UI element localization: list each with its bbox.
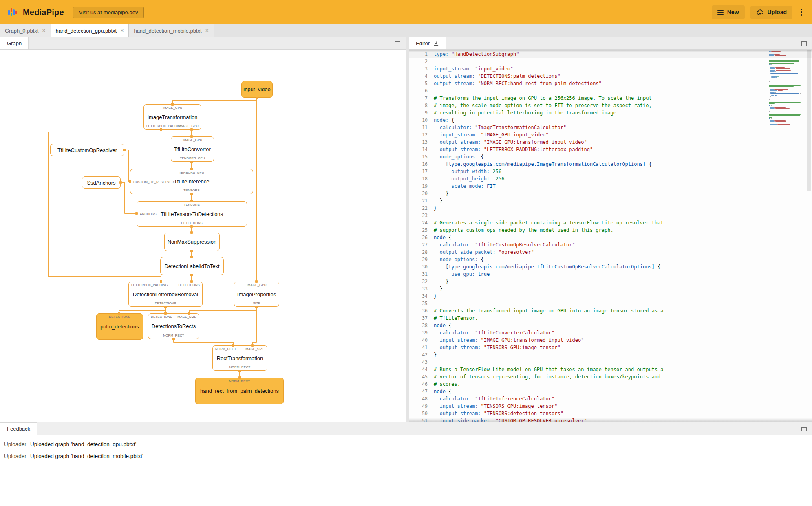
graph-node-tflite_custom_op_resolver[interactable]: TfLiteCustomOpResolver — [50, 144, 124, 156]
code-line[interactable]: 51 input_side_packet: "CUSTOM_OP_RESOLVE… — [409, 417, 812, 422]
code-line[interactable]: 12 input_stream: "IMAGE_GPU:input_video" — [409, 131, 812, 139]
graph-node-image_properties[interactable]: ImagePropertiesIMAGE_GPUSIZE — [234, 282, 279, 307]
graph-node-hand_rect_from_palm_detections[interactable]: hand_rect_from_palm_detectionsNORM_RECT — [195, 378, 284, 404]
tab-graph[interactable]: Graph — [0, 37, 29, 49]
minimap[interactable] — [769, 51, 805, 422]
graph-node-tflite_inference[interactable]: TfLiteInferenceTENSORS_GPUCUSTOM_OP_RESO… — [130, 169, 253, 194]
code-line[interactable]: 15 node_options: { — [409, 153, 812, 161]
code-line[interactable]: 50 output_stream: "TENSORS:detection_ten… — [409, 410, 812, 417]
tab-close-icon[interactable]: × — [120, 28, 124, 33]
code-line[interactable]: 30 [type.googleapis.com/mediapipe.TfLite… — [409, 263, 812, 271]
download-icon[interactable] — [433, 41, 439, 46]
code-line[interactable]: 38node { — [409, 322, 812, 329]
node-label: palm_detections — [100, 323, 139, 330]
graph-node-non_max_suppression[interactable]: NonMaxSuppression — [164, 233, 220, 251]
code-line[interactable]: 40 input_stream: "IMAGE_GPU:transformed_… — [409, 337, 812, 344]
code-line[interactable]: 6 — [409, 87, 812, 95]
new-button[interactable]: New — [712, 5, 745, 19]
code-line[interactable]: 14 output_stream: "LETTERBOX_PADDING:let… — [409, 146, 812, 153]
code-line[interactable]: 4output_stream: "DETECTIONS:palm_detecti… — [409, 73, 812, 80]
code-line[interactable]: 7# Transforms the input image on GPU to … — [409, 95, 812, 102]
line-number: 30 — [409, 263, 434, 271]
code-line[interactable]: 22} — [409, 205, 812, 212]
minimap-line — [769, 89, 805, 90]
panel-divider[interactable] — [406, 37, 409, 422]
graph-node-detection_letterbox_removal[interactable]: DetectionLetterboxRemovalLETTERBOX_PADDI… — [128, 282, 203, 307]
tab-close-icon[interactable]: × — [42, 28, 45, 33]
code-line[interactable]: 39 calculator: "TfLiteConverterCalculato… — [409, 329, 812, 337]
code-line[interactable]: 28 output_side_packet: "opresolver" — [409, 249, 812, 256]
code-line[interactable]: 11 calculator: "ImageTransformationCalcu… — [409, 124, 812, 131]
code-line[interactable]: 18 output_height: 256 — [409, 175, 812, 183]
code-line[interactable]: 47node { — [409, 388, 812, 395]
graph-node-tflite_converter[interactable]: TfLiteConverterIMAGE_GPUTENSORS_GPU — [171, 136, 214, 162]
code-line[interactable]: 29 node_options: { — [409, 256, 812, 263]
code-line[interactable]: 35 — [409, 300, 812, 307]
port-label: TENSORS_GPU — [179, 171, 204, 174]
graph-node-input_video[interactable]: input_video — [241, 81, 273, 98]
code-line[interactable]: 41 output_stream: "TENSORS_GPU:image_ten… — [409, 344, 812, 351]
code-line[interactable]: 42} — [409, 351, 812, 359]
code-line[interactable]: 36# Converts the transformed input image… — [409, 307, 812, 315]
code-line[interactable]: 8# image, the scale_mode option is set t… — [409, 102, 812, 109]
code-line[interactable]: 32 } — [409, 278, 812, 285]
code-line[interactable]: 5output_stream: "NORM_RECT:hand_rect_fro… — [409, 80, 812, 87]
code-line[interactable]: 10node: { — [409, 117, 812, 124]
code-line[interactable]: 25# supports custom ops needed by the mo… — [409, 227, 812, 234]
code-editor[interactable]: 1type: "HandDetectionSubgraph"23input_st… — [409, 50, 812, 422]
code-line[interactable]: 46# scores. — [409, 381, 812, 388]
graph-node-ssd_anchors[interactable]: SsdAnchors — [82, 176, 121, 189]
vertical-scrollbar[interactable] — [806, 50, 812, 422]
tab-feedback[interactable]: Feedback — [0, 422, 37, 435]
feedback-panel: Feedback UploaderUploaded graph 'hand_de… — [0, 422, 812, 506]
visit-link[interactable]: mediapipe.dev — [104, 9, 138, 15]
code-line[interactable]: 17 output_width: 256 — [409, 168, 812, 175]
code-text: node_options: { — [434, 153, 484, 161]
code-line[interactable]: 27 calculator: "TfLiteCustomOpResolverCa… — [409, 241, 812, 249]
code-line[interactable]: 43 — [409, 359, 812, 366]
code-line[interactable]: 44# Runs a TensorFlow Lite model on GPU … — [409, 366, 812, 373]
code-line[interactable]: 24# Generates a single side packet conta… — [409, 219, 812, 227]
file-tab[interactable]: hand_detection_mobile.pbtxt× — [129, 24, 214, 37]
code-line[interactable]: 45# vector of tensors representing, for … — [409, 373, 812, 381]
code-line[interactable]: 37# TfLiteTensor. — [409, 315, 812, 322]
graph-node-palm_detections[interactable]: palm_detectionsDETECTIONS — [96, 313, 143, 340]
line-number: 36 — [409, 307, 434, 315]
code-line[interactable]: 33 } — [409, 285, 812, 293]
port-dot — [171, 103, 174, 106]
code-line[interactable]: 19 scale_mode: FIT — [409, 183, 812, 190]
file-tab[interactable]: Graph_0.pbtxt× — [0, 24, 51, 37]
editor-maximize-icon[interactable] — [801, 41, 807, 46]
minimap-line — [769, 63, 805, 64]
graph-node-image_transformation[interactable]: ImageTransformationIMAGE_GPULETTERBOX_PA… — [143, 104, 201, 130]
file-tab[interactable]: hand_detection_gpu.pbtxt× — [51, 24, 129, 37]
code-line[interactable]: 3input_stream: "input_video" — [409, 65, 812, 73]
code-line[interactable]: 23 — [409, 212, 812, 219]
code-line[interactable]: 31 use_gpu: true — [409, 271, 812, 278]
line-number: 19 — [409, 183, 434, 190]
more-options-icon[interactable] — [798, 7, 805, 18]
code-line[interactable]: 34} — [409, 293, 812, 300]
tab-close-icon[interactable]: × — [205, 28, 209, 33]
graph-node-detections_to_rects[interactable]: DetectionsToRectsDETECTIONSIMAGE_SIZENOR… — [148, 313, 199, 339]
tab-editor[interactable]: Editor — [409, 37, 446, 49]
code-line[interactable]: 48 calculator: "TfLiteInferenceCalculato… — [409, 395, 812, 403]
minimap-line — [769, 102, 805, 103]
code-line[interactable]: 13 output_stream: "IMAGE_GPU:transformed… — [409, 139, 812, 146]
code-line[interactable]: 26node { — [409, 234, 812, 241]
feedback-maximize-icon[interactable] — [801, 427, 807, 431]
graph-maximize-icon[interactable] — [395, 41, 400, 46]
upload-button[interactable]: Upload — [750, 6, 792, 19]
graph-node-tflite_tensors_to_detections[interactable]: TfLiteTensorsToDetectionsTENSORSANCHORSD… — [137, 201, 247, 227]
code-text: } — [434, 293, 437, 300]
code-line[interactable]: 9# resulting in potential letterboxing i… — [409, 109, 812, 117]
code-line[interactable]: 20 } — [409, 190, 812, 197]
code-line[interactable]: 21 } — [409, 197, 812, 205]
graph-node-detection_label_id_to_text[interactable]: DetectionLabelIdToText — [160, 257, 224, 275]
code-line[interactable]: 16 [type.googleapis.com/mediapipe.ImageT… — [409, 161, 812, 168]
scrollbar-thumb[interactable] — [807, 50, 811, 191]
graph-node-rect_transformation[interactable]: RectTransformationNORM_RECTIMAGE_SIZENOR… — [212, 345, 267, 371]
code-line[interactable]: 2 — [409, 58, 812, 65]
code-line[interactable]: 49 input_stream: "TENSORS_GPU:image_tens… — [409, 403, 812, 410]
code-line[interactable]: 1type: "HandDetectionSubgraph" — [409, 51, 812, 58]
